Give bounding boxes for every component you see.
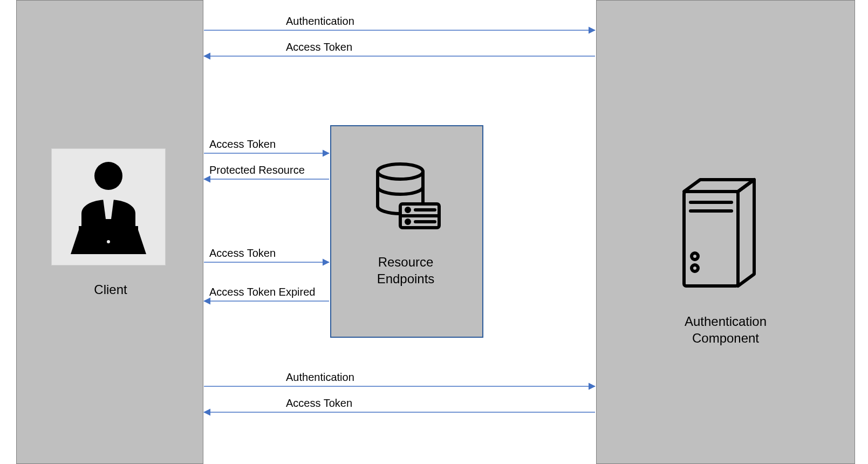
diagram-canvas: Client Resource Endpoints Authentication… xyxy=(0,0,868,464)
server-tower-icon xyxy=(674,175,771,294)
resource-label-line1: Resource xyxy=(378,255,434,269)
svg-point-8 xyxy=(378,164,423,179)
resource-endpoints-label: Resource Endpoints xyxy=(352,254,460,287)
database-icon xyxy=(368,162,443,232)
svg-point-2 xyxy=(107,240,110,243)
auth-component-label: Authentication Component xyxy=(655,313,796,346)
resource-label-line2: Endpoints xyxy=(377,271,435,286)
msg-access-token-bottom: Access Token xyxy=(286,397,352,410)
auth-label-line1: Authentication xyxy=(685,314,767,329)
msg-access-token-req2: Access Token xyxy=(209,247,276,260)
client-icon xyxy=(51,148,166,265)
svg-rect-1 xyxy=(79,226,138,230)
auth-label-line2: Component xyxy=(692,331,759,345)
svg-point-11 xyxy=(406,208,409,211)
msg-authentication-bottom: Authentication xyxy=(286,371,354,384)
svg-point-0 xyxy=(94,162,122,190)
msg-access-token-req1: Access Token xyxy=(209,138,276,151)
svg-point-6 xyxy=(692,253,698,260)
msg-authentication-top: Authentication xyxy=(286,15,354,28)
client-label: Client xyxy=(78,282,143,297)
msg-protected-resource: Protected Resource xyxy=(209,164,305,176)
svg-point-12 xyxy=(406,220,409,223)
msg-access-token-expired: Access Token Expired xyxy=(209,286,315,298)
msg-access-token-top: Access Token xyxy=(286,41,352,53)
svg-point-7 xyxy=(692,265,698,271)
